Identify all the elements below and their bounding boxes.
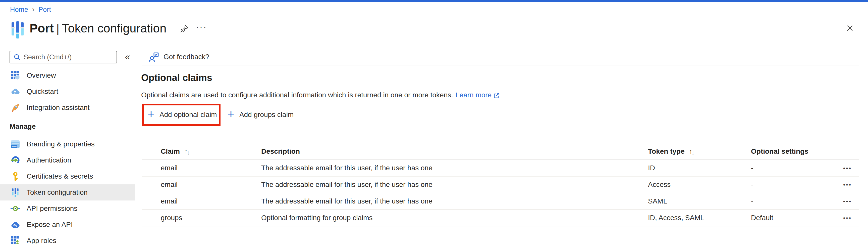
sidebar-item-certificates-secrets[interactable]: Certificates & secrets (0, 168, 135, 184)
azure-portal-token-configuration-blade: Home › Port Port|Token configuration ··· (0, 0, 868, 244)
breadcrumb: Home › Port (10, 5, 51, 14)
cell-claim: email (161, 181, 261, 189)
cell-description: The addressable email for this user, if … (261, 164, 648, 172)
optional-claims-table: Claim↑↓ Description Token type↑↓ Optiona… (142, 143, 859, 226)
svg-text:www: www (11, 145, 17, 148)
close-icon (846, 24, 854, 32)
search-icon (13, 54, 21, 61)
optional-claims-description: Optional claims are used to configure ad… (141, 91, 500, 99)
sidebar-item-api-permissions[interactable]: API permissions (0, 200, 135, 217)
sidebar-item-app-roles[interactable]: App roles (0, 233, 135, 244)
table-row: email The addressable email for this use… (142, 160, 859, 177)
close-blade-button[interactable] (844, 23, 856, 34)
plus-icon: + (227, 108, 234, 120)
feedback-person-bubble-icon (149, 52, 159, 62)
sidebar-search (9, 51, 117, 63)
got-feedback-button[interactable]: Got feedback? (147, 50, 211, 63)
cell-description: The addressable email for this user, if … (261, 197, 648, 205)
sign-in-arrow-icon (10, 156, 20, 165)
cell-optional-settings: Default (751, 214, 839, 222)
sort-icons: ↑↓ (184, 148, 190, 155)
sidebar-section-manage: Manage (9, 123, 36, 131)
sidebar-item-label: Quickstart (27, 87, 58, 96)
table-row: groups Optional formatting for group cla… (142, 210, 859, 226)
sidebar-item-integration-assistant[interactable]: Integration assistant (0, 100, 135, 116)
header-more-options-button[interactable]: ··· (194, 20, 209, 34)
sliders-icon (10, 187, 20, 197)
sidebar-item-label: Token configuration (27, 188, 88, 196)
table-row: email The addressable email for this use… (142, 177, 859, 193)
sidebar-item-label: API permissions (27, 205, 78, 213)
table-header-row: Claim↑↓ Description Token type↑↓ Optiona… (142, 143, 859, 160)
api-connector-icon (10, 205, 20, 212)
column-header-token-type[interactable]: Token type↑↓ (648, 147, 751, 156)
breadcrumb-separator-icon: › (32, 5, 34, 13)
sidebar-item-label: App roles (27, 237, 56, 244)
page-title-app-name: Port (30, 22, 54, 35)
row-more-options-button[interactable]: ••• (843, 181, 852, 189)
description-text: Optional claims are used to configure ad… (141, 91, 453, 99)
rocket-icon (10, 103, 20, 112)
sidebar-item-quickstart[interactable]: Quickstart (0, 83, 135, 100)
cell-description: Optional formatting for group claims (261, 214, 648, 222)
plus-icon: + (148, 108, 154, 120)
collapse-menu-button[interactable]: « (121, 50, 134, 63)
learn-more-link[interactable]: Learn more (456, 91, 500, 99)
cell-optional-settings: - (751, 181, 839, 189)
sidebar-item-label: Integration assistant (27, 104, 90, 112)
row-more-options-button[interactable]: ••• (843, 164, 852, 172)
page-title-separator: | (54, 22, 62, 35)
cell-description: The addressable email for this user, if … (261, 181, 648, 189)
portal-top-bar (0, 0, 868, 2)
sidebar-section-divider (9, 135, 128, 135)
column-header-claim[interactable]: Claim↑↓ (161, 147, 261, 156)
cell-token-type: SAML (648, 197, 751, 205)
grid-person-icon (10, 236, 20, 244)
page-title: Port|Token configuration (30, 19, 166, 38)
sidebar-item-token-configuration[interactable]: Token configuration (0, 184, 135, 200)
cell-token-type: ID (648, 164, 751, 172)
column-header-description: Description (261, 147, 648, 156)
cell-token-type: Access (648, 181, 751, 189)
cell-claim: email (161, 197, 261, 205)
sidebar-item-label: Branding & properties (27, 140, 95, 148)
sidebar-item-label: Overview (27, 72, 56, 80)
key-icon (10, 172, 20, 181)
browser-window-www-icon: www (10, 140, 20, 148)
overview-grid-cube-icon (10, 71, 20, 80)
got-feedback-label: Got feedback? (163, 53, 209, 61)
add-groups-claim-button[interactable]: + Add groups claim (222, 104, 299, 126)
breadcrumb-home-link[interactable]: Home (10, 6, 28, 13)
optional-claims-heading: Optional claims (141, 73, 212, 83)
sidebar-item-authentication[interactable]: Authentication (0, 152, 135, 168)
app-registration-icon (10, 20, 25, 41)
command-bar-divider (142, 65, 859, 65)
search-input[interactable] (23, 53, 117, 61)
pin-icon (179, 24, 189, 34)
add-optional-claim-button[interactable]: + Add optional claim (142, 104, 222, 126)
cell-optional-settings: - (751, 164, 839, 172)
sidebar-item-label: Certificates & secrets (27, 172, 93, 180)
column-header-optional-settings: Optional settings (751, 147, 839, 156)
cell-claim: email (161, 164, 261, 172)
sort-icons: ↑↓ (689, 148, 695, 155)
cell-claim: groups (161, 214, 261, 222)
pin-blade-button[interactable] (179, 23, 190, 34)
sidebar-item-branding-properties[interactable]: www Branding & properties (0, 136, 135, 152)
cloud-gears-icon (10, 221, 20, 228)
sidebar-item-label: Authentication (27, 156, 71, 164)
cloud-lightning-icon (10, 88, 20, 95)
external-link-icon (493, 92, 500, 99)
cell-token-type: ID, Access, SAML (648, 214, 751, 222)
cell-optional-settings: - (751, 197, 839, 205)
page-title-blade-name: Token configuration (62, 22, 166, 35)
sidebar-item-expose-an-api[interactable]: Expose an API (0, 217, 135, 233)
table-row: email The addressable email for this use… (142, 193, 859, 210)
sidebar-item-overview[interactable]: Overview (0, 67, 135, 83)
row-more-options-button[interactable]: ••• (843, 197, 852, 206)
sidebar-item-label: Expose an API (27, 221, 73, 229)
row-more-options-button[interactable]: ••• (843, 214, 852, 222)
breadcrumb-port-link[interactable]: Port (38, 6, 51, 13)
